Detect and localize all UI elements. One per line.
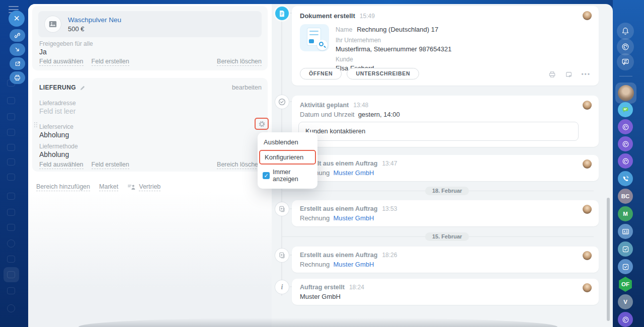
contact-card-button[interactable] [618, 224, 633, 239]
avatar[interactable] [583, 159, 592, 169]
sidebar-icon-automation[interactable] [7, 239, 15, 248]
market-link[interactable]: Market [99, 183, 118, 191]
sidebar-icon-card[interactable] [7, 256, 15, 263]
invoice-prefix: Rechnung [300, 261, 330, 268]
badge-label: V [623, 299, 627, 305]
tasks-chat-button[interactable] [618, 259, 633, 274]
print-icon[interactable] [548, 70, 556, 78]
sidebar-icon-sign[interactable] [7, 193, 15, 200]
timeline-marker-order [275, 202, 289, 216]
chat-sync-button[interactable] [617, 53, 634, 70]
avatar[interactable] [583, 283, 592, 292]
product-name-link[interactable]: Waschpulver Neu [68, 16, 121, 24]
sidebar-icon-tasks[interactable] [7, 144, 15, 151]
avatar[interactable] [583, 205, 592, 214]
arrow-collapse-icon [14, 46, 21, 53]
add-section-link[interactable]: Bereich hinzufügen [36, 183, 90, 191]
copilot-chat-button[interactable] [618, 119, 633, 134]
tasks-chat-button[interactable] [618, 241, 633, 257]
messenger-button[interactable] [618, 102, 633, 117]
note-icon[interactable] [565, 71, 573, 78]
timeline-marker-activity [275, 95, 289, 109]
telephony-button[interactable] [618, 171, 633, 186]
timeline-marker-document [275, 7, 289, 20]
chat-badge-v[interactable]: V [618, 294, 633, 309]
timeline-card-order-created: Auftrag erstellt 18:24 Muster GmbH [292, 279, 599, 305]
gear-icon [258, 120, 266, 128]
company-link[interactable]: Muster GmbH [334, 214, 374, 222]
timeline-scrollbar[interactable] [607, 198, 610, 321]
delivery-section: LIEFERUNG bearbeiten Lieferadresse Feld … [32, 78, 268, 172]
sidebar-icon-monitor[interactable] [7, 129, 15, 136]
chat-badge-m[interactable]: M [618, 206, 633, 221]
chat-badge-bc[interactable]: BC [618, 189, 633, 204]
more-actions-icon[interactable]: ••• [581, 72, 591, 77]
product-row[interactable]: Waschpulver Neu 500 € [38, 11, 262, 37]
user-avatar[interactable] [618, 2, 635, 19]
link-icon [14, 32, 21, 39]
active-chat-user[interactable] [615, 83, 636, 104]
close-button[interactable]: × [9, 11, 25, 27]
edit-pencil-icon[interactable] [79, 85, 86, 91]
sidebar-icon-stats[interactable] [7, 287, 15, 294]
sidebar-icon-workspace[interactable] [7, 209, 15, 216]
sidebar-icon-drive[interactable] [7, 113, 15, 120]
task-item[interactable]: Kunden kontaktieren [298, 122, 579, 141]
date-separator: 15. Februar [272, 232, 599, 241]
copilot-button[interactable] [617, 38, 634, 55]
sidebar-icon-mail[interactable] [7, 158, 15, 166]
sign-document-button[interactable]: UNTERSCHREIBEN [347, 68, 419, 79]
select-field-link[interactable]: Feld auswählen [39, 58, 84, 66]
main-panel: Waschpulver Neu 500 € Freigegeben für al… [28, 4, 613, 327]
checkbox-checked-icon[interactable]: ✓ [263, 172, 270, 179]
date-separator: 18. Februar [272, 187, 599, 195]
avatar[interactable] [583, 11, 592, 20]
select-field-link[interactable]: Feld auswählen [39, 161, 84, 169]
company-link[interactable]: Muster GmbH [334, 169, 374, 177]
copilot-chat-button[interactable] [618, 312, 633, 327]
chat-badge-of[interactable]: OF [618, 277, 633, 292]
copilot-chat-button[interactable] [618, 153, 633, 169]
timeline-marker-info: i [275, 280, 289, 294]
badge-label: BC [621, 193, 630, 199]
date-pill: 15. Februar [425, 232, 469, 241]
always-show-label: Immer anzeigen [273, 169, 312, 183]
menu-item-hide[interactable]: Ausblenden [258, 135, 317, 149]
copilot-chat-button[interactable] [618, 136, 633, 151]
sidebar-icon-settings[interactable] [7, 304, 15, 312]
sidebar-icon-documents[interactable] [7, 224, 15, 231]
task-check-icon [621, 245, 630, 254]
sidebar-icon-filter[interactable] [7, 271, 15, 278]
sidebar-icon-chat[interactable] [7, 174, 15, 181]
chat-bubble-icon [621, 105, 630, 114]
notifications-button[interactable] [617, 23, 634, 40]
open-document-button[interactable]: ÖFFNEN [300, 68, 342, 79]
sidebar-icon-calendar[interactable] [7, 97, 15, 104]
copy-link-button[interactable] [10, 29, 25, 42]
edit-section-link[interactable]: bearbeiten [232, 84, 262, 91]
document-icon [279, 10, 285, 17]
create-field-link[interactable]: Feld erstellen [92, 58, 129, 66]
company-link[interactable]: Muster GmbH [334, 261, 374, 268]
drag-handle-icon[interactable] [34, 122, 37, 127]
collapse-button[interactable] [10, 43, 25, 56]
delete-section-link[interactable]: Bereich löschen [217, 161, 262, 169]
invoice-prefix: Rechnung [300, 214, 330, 222]
field-context-menu: Ausblenden Konfigurieren ✓ Immer anzeige… [258, 132, 317, 189]
open-new-window-button[interactable] [10, 57, 25, 70]
avatar[interactable] [583, 251, 592, 260]
avatar[interactable] [583, 101, 592, 110]
sales-link[interactable]: Vertrieb [139, 183, 160, 191]
menu-item-configure[interactable]: Konfigurieren [259, 150, 316, 165]
check-circle-icon [278, 98, 286, 106]
document-thumbnail[interactable] [300, 24, 329, 51]
copilot-spiral-icon [621, 123, 630, 131]
external-link-icon [14, 60, 21, 67]
field-settings-gear-highlight[interactable] [255, 118, 269, 130]
menu-item-always-show[interactable]: ✓ Immer anzeigen [258, 165, 317, 186]
delete-section-link[interactable]: Bereich löschen [217, 58, 262, 66]
card-time: 13:47 [382, 160, 397, 167]
print-button[interactable] [10, 71, 25, 84]
timeline-card-document: Dokument erstellt 15:49 Name Rechnung (D… [292, 6, 599, 86]
create-field-link[interactable]: Feld erstellen [92, 161, 129, 169]
